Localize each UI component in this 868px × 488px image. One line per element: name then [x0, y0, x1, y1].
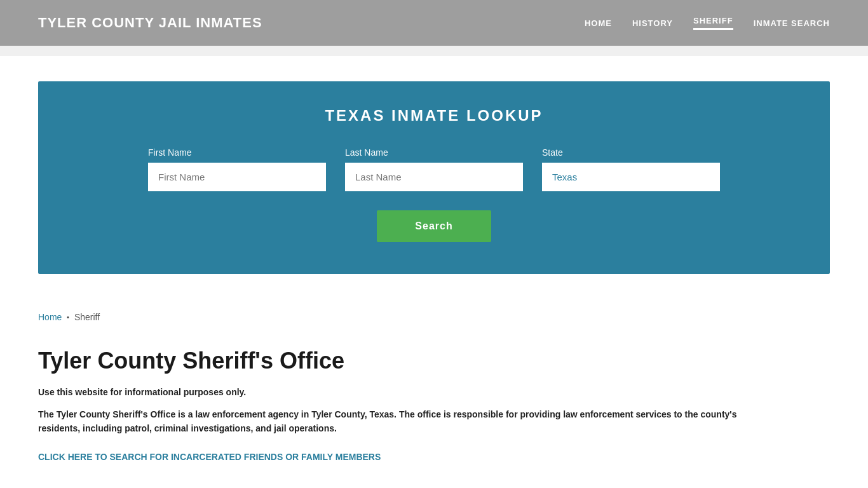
search-section-title: TEXAS INMATE LOOKUP	[76, 107, 792, 125]
breadcrumb-current: Sheriff	[74, 312, 100, 322]
page-heading: Tyler County Sheriff's Office	[38, 348, 830, 374]
site-header: TYLER COUNTY JAIL INMATES HOME HISTORY S…	[0, 0, 868, 46]
sub-header-line	[0, 46, 868, 56]
nav-sheriff[interactable]: SHERIFF	[693, 16, 733, 30]
description-paragraph: The Tyler County Sheriff's Office is a l…	[38, 407, 737, 436]
search-fields-container: First Name Last Name State	[76, 147, 792, 191]
nav-history[interactable]: HISTORY	[632, 18, 673, 28]
first-name-group: First Name	[148, 147, 326, 191]
state-group: State	[542, 147, 720, 191]
state-label: State	[542, 147, 720, 158]
state-input[interactable]	[542, 163, 720, 191]
breadcrumb: Home • Sheriff	[38, 312, 830, 322]
nav-home[interactable]: HOME	[585, 18, 612, 28]
tagline: Use this website for informational purpo…	[38, 387, 830, 397]
last-name-input[interactable]	[345, 163, 523, 191]
first-name-label: First Name	[148, 147, 326, 158]
search-btn-container: Search	[76, 210, 792, 242]
last-name-label: Last Name	[345, 147, 523, 158]
search-section: TEXAS INMATE LOOKUP First Name Last Name…	[38, 81, 830, 274]
last-name-group: Last Name	[345, 147, 523, 191]
inmate-search-link[interactable]: CLICK HERE to Search for Incarcerated Fr…	[38, 452, 381, 462]
breadcrumb-home-link[interactable]: Home	[38, 312, 62, 322]
main-nav: HOME HISTORY SHERIFF INMATE SEARCH	[585, 16, 830, 30]
main-content: Home • Sheriff Tyler County Sheriff's Of…	[0, 299, 868, 488]
breadcrumb-separator: •	[67, 314, 69, 321]
search-button[interactable]: Search	[377, 210, 491, 242]
first-name-input[interactable]	[148, 163, 326, 191]
site-title: TYLER COUNTY JAIL INMATES	[38, 15, 262, 31]
nav-inmate-search[interactable]: INMATE SEARCH	[754, 18, 830, 28]
